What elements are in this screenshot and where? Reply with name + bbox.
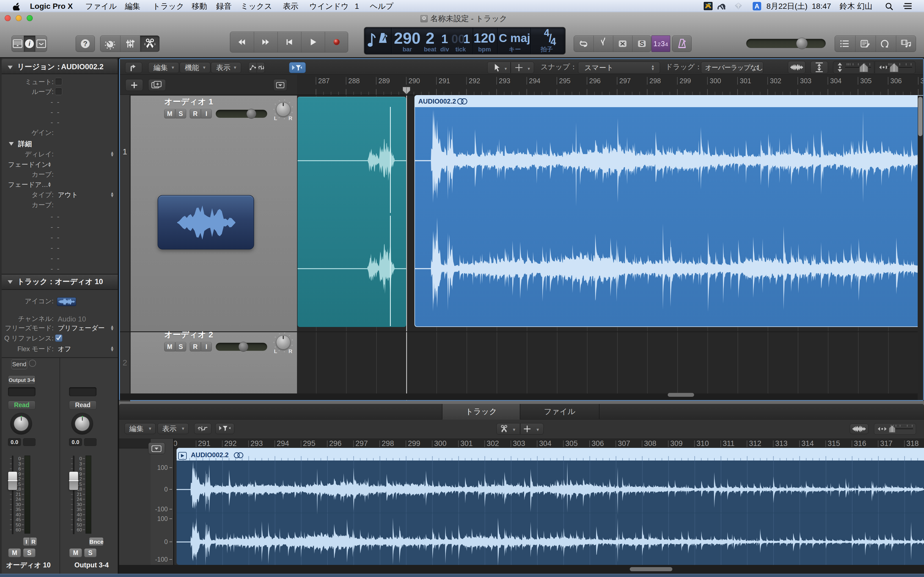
svg-text:293: 293 [499,77,510,85]
svg-text:318: 318 [906,439,919,448]
svg-text:287: 287 [318,77,330,85]
svg-text:297: 297 [355,439,368,448]
svg-text:295: 295 [303,439,315,448]
svg-text:313: 313 [775,439,788,448]
svg-text:295: 295 [559,77,570,85]
svg-text:304: 304 [830,77,842,85]
svg-text:307: 307 [921,77,923,85]
svg-text:301: 301 [740,77,751,85]
svg-text:305: 305 [860,77,872,85]
svg-text:?: ? [83,40,87,48]
svg-text:307: 307 [618,439,630,448]
svg-text:299: 299 [680,77,691,85]
svg-text:288: 288 [349,77,360,85]
svg-text:292: 292 [224,439,236,448]
svg-text:312: 312 [749,439,761,448]
svg-text:291: 291 [439,77,450,85]
svg-text:294: 294 [277,439,289,448]
svg-text:301: 301 [460,439,473,448]
svg-text:298: 298 [649,77,661,85]
svg-text:317: 317 [880,439,892,448]
svg-text:292: 292 [469,77,480,85]
svg-text:300: 300 [710,77,721,85]
svg-text:305: 305 [565,439,578,448]
svg-text:310: 310 [696,439,709,448]
svg-text:297: 297 [619,77,631,85]
svg-text:S: S [640,40,644,47]
svg-text:302: 302 [770,77,782,85]
svg-text:316: 316 [854,439,866,448]
svg-text:294: 294 [529,77,541,85]
svg-text:300: 300 [434,439,447,448]
svg-text:293: 293 [250,439,263,448]
svg-text:298: 298 [382,439,394,448]
svg-text:314: 314 [801,439,814,448]
svg-text:306: 306 [890,77,902,85]
svg-text:291: 291 [198,439,210,448]
svg-text:299: 299 [408,439,420,448]
svg-text:303: 303 [513,439,525,448]
svg-text:304: 304 [539,439,551,448]
svg-text:296: 296 [329,439,342,448]
svg-text:289: 289 [378,77,390,85]
svg-text:306: 306 [591,439,604,448]
svg-text:296: 296 [589,77,601,85]
svg-text:309: 309 [670,439,683,448]
svg-text:311: 311 [723,439,735,448]
svg-text:290: 290 [409,77,420,85]
svg-text:308: 308 [644,439,656,448]
svg-text:303: 303 [800,77,811,85]
svg-text:315: 315 [828,439,840,448]
svg-text:302: 302 [486,439,499,448]
